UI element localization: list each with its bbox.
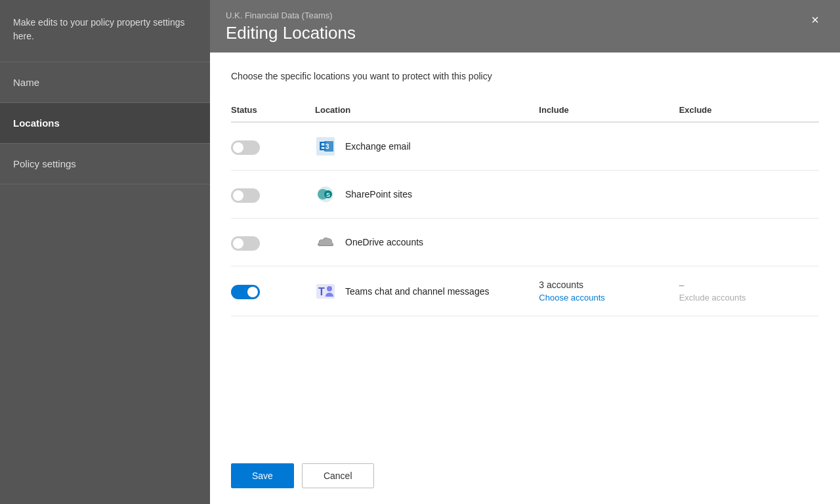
header-title: Editing Locations	[226, 23, 356, 43]
col-header-exclude: Exclude	[679, 100, 819, 122]
toggle-teams[interactable]	[231, 285, 260, 299]
include-cell-teams[interactable]: 3 accounts Choose accounts	[539, 266, 679, 316]
table-row: OneDrive accounts	[231, 219, 819, 266]
location-name-exchange: Exchange email	[345, 141, 411, 152]
footer: Save Cancel	[210, 450, 840, 504]
choose-accounts-link[interactable]: Choose accounts	[539, 293, 679, 303]
toggle-cell-onedrive	[231, 219, 315, 266]
location-content: E 3 Exchange email	[315, 136, 539, 157]
teams-icon: T	[315, 281, 336, 302]
close-button[interactable]: ×	[806, 10, 824, 29]
location-name-onedrive: OneDrive accounts	[345, 237, 423, 247]
location-content: S SharePoint sites	[315, 184, 539, 205]
exclude-cell-exchange	[679, 122, 819, 171]
save-button[interactable]: Save	[231, 463, 294, 488]
location-cell-exchange: E 3 Exchange email	[315, 122, 539, 171]
location-cell-teams: T Teams chat and channel messages	[315, 266, 539, 316]
toggle-cell-sharepoint	[231, 171, 315, 219]
location-content: T Teams chat and channel messages	[315, 281, 539, 302]
svg-text:3: 3	[326, 143, 329, 150]
exclude-accounts-teams: Exclude accounts	[679, 293, 819, 303]
svg-text:S: S	[326, 192, 330, 198]
sidebar-helper-text: Make edits to your policy property setti…	[0, 0, 210, 62]
toggle-wrap	[231, 140, 260, 155]
toggle-cell-exchange	[231, 122, 315, 171]
main-panel: U.K. Financial Data (Teams) Editing Loca…	[210, 0, 840, 504]
location-name-sharepoint: SharePoint sites	[345, 189, 412, 200]
header-titles: U.K. Financial Data (Teams) Editing Loca…	[226, 10, 356, 43]
include-cell-exchange	[539, 122, 679, 171]
toggle-wrap	[231, 285, 260, 299]
col-header-location: Location	[315, 100, 539, 122]
include-count-teams: 3 accounts	[539, 280, 583, 290]
content-description: Choose the specific locations you want t…	[231, 71, 819, 81]
toggle-knob	[233, 190, 243, 201]
header-subtitle: U.K. Financial Data (Teams)	[226, 10, 356, 20]
dialog-header: U.K. Financial Data (Teams) Editing Loca…	[210, 0, 840, 52]
toggle-onedrive[interactable]	[231, 236, 260, 251]
onedrive-icon	[315, 232, 336, 253]
sidebar: Make edits to your policy property setti…	[0, 0, 210, 504]
table-row: T Teams chat and channel messages 3 acco…	[231, 266, 819, 316]
exchange-icon: E 3	[315, 136, 336, 157]
location-cell-onedrive: OneDrive accounts	[315, 219, 539, 266]
location-content: OneDrive accounts	[315, 232, 539, 253]
location-name-teams: Teams chat and channel messages	[345, 286, 489, 297]
sidebar-item-policy-settings[interactable]: Policy settings	[0, 144, 210, 184]
toggle-knob	[233, 142, 243, 153]
exclude-dash-teams: –	[679, 280, 684, 290]
exclude-cell-onedrive	[679, 219, 819, 266]
sidebar-item-locations[interactable]: Locations	[0, 103, 210, 144]
sharepoint-icon: S	[315, 184, 336, 205]
toggle-knob	[247, 287, 258, 297]
table-row: E 3 Exchange email	[231, 122, 819, 171]
location-cell-sharepoint: S SharePoint sites	[315, 171, 539, 219]
col-header-include: Include	[539, 100, 679, 122]
svg-point-14	[327, 286, 332, 291]
toggle-cell-teams	[231, 266, 315, 316]
exclude-cell-sharepoint	[679, 171, 819, 219]
toggle-exchange[interactable]	[231, 140, 260, 155]
locations-table: Status Location Include Exclude	[231, 100, 819, 316]
sidebar-item-name[interactable]: Name	[0, 62, 210, 103]
exclude-cell-teams: – Exclude accounts	[679, 266, 819, 316]
cancel-button[interactable]: Cancel	[302, 463, 374, 488]
include-cell-sharepoint	[539, 171, 679, 219]
toggle-sharepoint[interactable]	[231, 188, 260, 203]
content-area: Choose the specific locations you want t…	[210, 52, 840, 450]
toggle-wrap	[231, 188, 260, 203]
col-header-status: Status	[231, 100, 315, 122]
toggle-knob	[233, 238, 243, 249]
toggle-wrap	[231, 236, 260, 251]
svg-text:T: T	[318, 286, 325, 297]
include-cell-onedrive	[539, 219, 679, 266]
table-row: S SharePoint sites	[231, 171, 819, 219]
